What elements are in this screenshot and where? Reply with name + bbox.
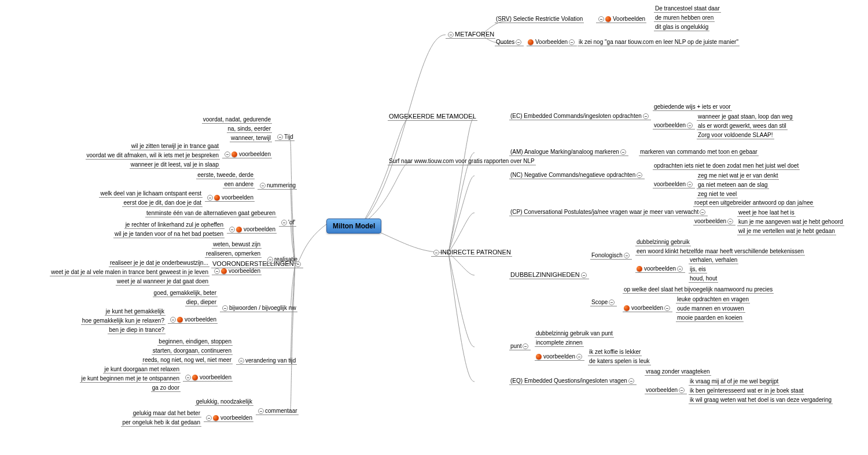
branch-metaforen[interactable]: METAFOREN [446, 30, 495, 39]
cp-sub: roept een uitgebreider antwoord op dan j… [693, 199, 814, 207]
label: punt [510, 343, 521, 349]
fono-sub1: dubbelzinnig gebruik [635, 238, 691, 246]
nummer-ex2: eerst doe je dit, dan doe je dat [122, 199, 203, 207]
commentaar[interactable]: commentaar [256, 407, 299, 415]
tijd[interactable]: Tijd [275, 133, 295, 141]
branch-indirecte[interactable]: INDIRECTE PATRONEN [431, 248, 512, 257]
ver-ex3: ga zo door [151, 384, 181, 392]
quotes-voorbeelden[interactable]: Voorbeelden [527, 38, 577, 46]
label: voorbeelden [654, 181, 686, 187]
nummer[interactable]: nummering [258, 182, 297, 190]
label: 'of' [288, 219, 295, 225]
center-node[interactable]: Milton Model [326, 219, 381, 234]
tijd-vb[interactable]: voorbeelden [222, 150, 272, 158]
label: (EC) Embedded Commands/ingesloten opdrac… [510, 113, 642, 119]
label: (AM) Analogue Marking/analoog markeren [510, 149, 619, 155]
label: (SRV) Selectie Restrictie Voilation [496, 16, 583, 22]
real-ex2: weet je dat je al vele malen in trance b… [50, 268, 209, 276]
nummer-vb[interactable]: voorbeelden [205, 194, 255, 202]
bullet-icon [528, 39, 534, 45]
label: METAFOREN [455, 31, 494, 38]
eq-sub: vraag zonder vraagteken [645, 368, 711, 376]
srv-ex2: de muren hebben oren [654, 14, 715, 22]
srv[interactable]: (SRV) Selectie Restrictie Voilation [495, 15, 584, 23]
bijw-ex1: je kunt het gemakkelijk [105, 308, 165, 316]
of-ex1: je rechter of linkerhand zul je opheffen [124, 221, 225, 229]
am-sub: markeren van commando met toon en gebaar [639, 148, 759, 156]
eq-ex3: ik wil graag weten wat het doel is van d… [689, 396, 833, 404]
bullet-icon [221, 268, 227, 274]
branch-omgekeerde[interactable]: OMGEKEERDE METAMODEL [388, 112, 477, 121]
real-vb[interactable]: voorbeelden [212, 267, 262, 275]
cp-vb[interactable]: voorbeelden [693, 217, 735, 225]
verandering[interactable]: verandering van tijd [236, 357, 297, 365]
fono-vb[interactable]: voorbeelden [635, 265, 685, 273]
bullet-icon [624, 305, 630, 311]
label: Tijd [284, 134, 293, 140]
com-vb[interactable]: voorbeelden [204, 414, 253, 422]
of[interactable]: 'of' [279, 219, 296, 227]
fono-ex2: ijs, eis [689, 265, 707, 273]
punt[interactable]: punt [509, 342, 531, 350]
ec-ex1: wanneer je gaat staan, loop dan weg [697, 113, 793, 121]
label: INDIRECTE PATRONEN [440, 249, 511, 256]
cp[interactable]: (CP) Conversational Postulates/ja/nee vr… [509, 208, 708, 216]
nc-vb[interactable]: voorbeelden [653, 180, 695, 188]
scope-vb[interactable]: voorbeelden [623, 304, 672, 312]
bijw-vb[interactable]: voorbeelden [168, 316, 218, 324]
ver-sub1: beginnen, eindigen, stoppen [157, 338, 233, 346]
punt-sub2: incomplete zinnen [535, 339, 584, 347]
bijw-ex3: ben je diep in trance? [108, 326, 165, 334]
realisatie[interactable]: realisatie [265, 256, 299, 264]
label: commentaar [265, 408, 297, 414]
quotes[interactable]: Quotes [495, 38, 524, 46]
label: voorbeelden [222, 194, 253, 201]
ec-ex3: Zorg voor voldoende SLAAP! [697, 131, 774, 139]
srv-ex3: dit glas is ongelukkig [654, 23, 709, 31]
of-vb[interactable]: voorbeelden [227, 225, 277, 234]
punt-sub1: dubbelzinnig gebruik van punt [535, 330, 614, 338]
tijd-sub2: na, sinds, eerder [227, 125, 273, 133]
bullet-icon [213, 415, 219, 421]
punt-vb[interactable]: voorbeelden [535, 353, 584, 361]
label: voorbeelden [239, 151, 271, 157]
ec-sub1: gebiedende wijs + iets er voor [653, 103, 732, 111]
scope[interactable]: Scope [590, 298, 617, 306]
eq-ex1: ik vraag mij af of je me wel begrijpt [689, 378, 779, 386]
ec-vb[interactable]: voorbeelden [653, 121, 695, 130]
eq[interactable]: (EQ) Embedded Questions/ingesloten vrage… [509, 377, 637, 385]
bijw[interactable]: bijwoorden / bijvoeglijk nw [220, 304, 297, 312]
ec[interactable]: (EC) Embedded Commands/ingesloten opdrac… [509, 112, 651, 120]
dubbel[interactable]: DUBBELZINNIGHEDEN [509, 271, 589, 279]
label: (NC) Negative Commands/negatieve opdrach… [510, 172, 635, 178]
nc[interactable]: (NC) Negative Commands/negatieve opdrach… [509, 171, 645, 179]
ver-sub3: reeds, nog niet, nog wel, niet meer [142, 356, 233, 364]
bullet-icon [192, 375, 198, 380]
label: voorbeelden [229, 268, 260, 274]
fono[interactable]: Fonologisch [590, 251, 632, 260]
srv-voorbeelden[interactable]: Voorbeelden [596, 15, 646, 23]
label: voorbeelden [654, 122, 686, 128]
tijd-ex2: voordat we dit afmaken, wil ik iets met … [86, 151, 220, 160]
scope-ex2: oude mannen en vrouwen [676, 305, 745, 313]
eq-ex2: ik ben geïnteresseerd wat er in je boek … [689, 387, 804, 395]
bullet-icon [637, 266, 642, 272]
label: voorbeelden [220, 415, 252, 421]
com-sub: gelukkig, noodzakelijk [195, 398, 253, 406]
ver-ex1: je kunt doorgaan met relaxen [103, 365, 181, 373]
cp-ex3: wil je me vertellen wat je hebt gedaan [737, 227, 836, 235]
branch-surf[interactable]: Surf naar www.tiouw.com voor gratis rapp… [388, 157, 536, 165]
srv-ex1: De trancestoel staat daar [654, 5, 721, 13]
eq-vb[interactable]: voorbeelden [645, 386, 687, 394]
label: Voorbeelden [613, 16, 645, 22]
com-ex2: per ongeluk heb ik dat gedaan [121, 419, 201, 427]
cp-ex2: kun je me aangeven wat je hebt gehoord [737, 218, 844, 226]
nc-ex1: zeg me niet wat je er van denkt [697, 172, 779, 180]
label: Fonologisch [591, 252, 623, 258]
punt-ex1: ik zet koffie is lekker [588, 348, 642, 356]
am[interactable]: (AM) Analogue Marking/analoog markeren [509, 148, 628, 156]
label: voorbeelden [244, 226, 275, 232]
ver-vb[interactable]: voorbeelden [183, 373, 233, 382]
tijd-sub1: voordat, nadat, gedurende [202, 116, 272, 124]
tijd-ex3: wanneer je dit leest, val je in slaap [130, 161, 220, 169]
